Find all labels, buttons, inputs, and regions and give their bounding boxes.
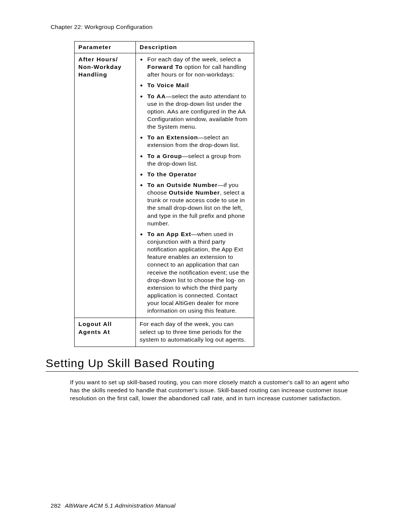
bold-text: Outside Number bbox=[169, 189, 220, 196]
bold-text: To AA bbox=[147, 93, 166, 99]
list-item: To the Operator bbox=[147, 171, 250, 178]
section-heading: Setting Up Skill Based Routing bbox=[46, 357, 358, 372]
list-item: To Voice Mail bbox=[147, 81, 250, 89]
cell-description: For each day of the week, select a Forwa… bbox=[136, 53, 254, 318]
list-item: To an Extension—select an extension from… bbox=[147, 134, 250, 149]
list-item: To AA—select the auto attendant to use i… bbox=[147, 93, 250, 131]
bold-text: To a Group bbox=[147, 153, 182, 159]
cell-parameter: Logout All Agents At bbox=[75, 318, 136, 347]
body-paragraph: If you want to set up skill-based routin… bbox=[70, 379, 358, 403]
manual-title: AltiWare ACM 5.1 Administration Manual bbox=[65, 502, 175, 509]
description-text: For each day of the week, you can select… bbox=[140, 320, 250, 343]
list-item: To an Outside Number—if you choose Outsi… bbox=[147, 181, 250, 227]
param-name: Logout All Agents At bbox=[78, 321, 112, 335]
param-name: After Hours/ Non-Workday Handling bbox=[78, 56, 122, 78]
page-footer: 282 AltiWare ACM 5.1 Administration Manu… bbox=[51, 502, 175, 509]
bold-text: To an App Ext bbox=[147, 231, 191, 237]
page-number: 282 bbox=[51, 502, 61, 509]
bold-text: To Voice Mail bbox=[147, 82, 189, 88]
text: —when used in conjunction with a third p… bbox=[147, 231, 249, 314]
list-item: To an App Ext—when used in conjunction w… bbox=[147, 230, 250, 315]
col-header-description: Description bbox=[136, 42, 254, 53]
cell-parameter: After Hours/ Non-Workday Handling bbox=[75, 53, 136, 318]
table-row: Logout All Agents At For each day of the… bbox=[75, 318, 254, 347]
chapter-header: Chapter 22: Workgroup Configuration bbox=[51, 24, 153, 30]
description-list: For each day of the week, select a Forwa… bbox=[140, 56, 250, 315]
cell-description: For each day of the week, you can select… bbox=[136, 318, 254, 347]
table-header-row: Parameter Description bbox=[75, 42, 254, 53]
bold-text: Forward To bbox=[147, 64, 183, 70]
bold-text: To an Extension bbox=[147, 134, 198, 141]
table-row: After Hours/ Non-Workday Handling For ea… bbox=[75, 53, 254, 318]
content-area: Parameter Description After Hours/ Non-W… bbox=[46, 41, 358, 403]
text: For each day of the week, select a bbox=[147, 56, 241, 62]
list-item: To a Group—select a group from the drop-… bbox=[147, 152, 250, 168]
col-header-parameter: Parameter bbox=[75, 42, 136, 53]
page-container: Chapter 22: Workgroup Configuration Para… bbox=[0, 0, 411, 532]
bold-text: To the Operator bbox=[147, 171, 197, 177]
bold-text: To an Outside Number bbox=[147, 182, 218, 188]
list-item: For each day of the week, select a Forwa… bbox=[147, 56, 250, 78]
parameter-table: Parameter Description After Hours/ Non-W… bbox=[74, 41, 254, 347]
